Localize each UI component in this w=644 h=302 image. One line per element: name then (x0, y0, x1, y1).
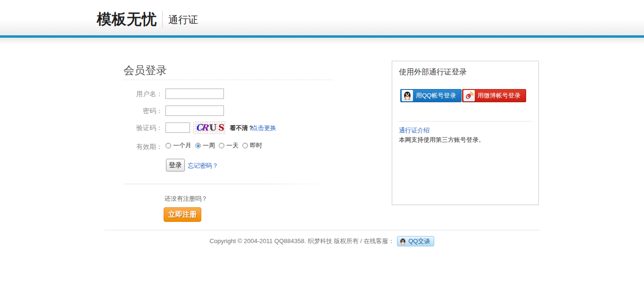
panel-divider (399, 121, 533, 122)
radio-label: 一个月 (173, 141, 191, 150)
radio-icon[interactable] (165, 143, 171, 148)
radio-label: 一天 (226, 141, 239, 150)
radio-label: 即时 (250, 141, 262, 150)
captcha-image[interactable]: C R U S (193, 122, 226, 134)
register-button[interactable]: 立即注册 (164, 207, 201, 222)
site-logo[interactable]: 模板无忧 (97, 9, 157, 29)
external-login-panel: 使用外部通行证登录 用QQ帐号登录 (392, 61, 539, 205)
passport-login-page: 模板无忧 通行证 会员登录 用户名： 密码： 验证码： C R U S 看不清？… (0, 0, 644, 302)
qq-login-button[interactable]: 用QQ帐号登录 (400, 89, 462, 102)
qq-chat-button[interactable]: QQ交谈 (397, 236, 434, 246)
password-input[interactable] (165, 106, 224, 116)
header: 模板无忧 通行证 (0, 0, 644, 35)
captcha-letter: U (209, 123, 217, 132)
external-panel-title: 使用外部通行证登录 (399, 67, 467, 77)
weibo-login-button[interactable]: 用微博帐号登录 (462, 89, 526, 102)
passport-intro-link[interactable]: 通行证介绍 (399, 126, 429, 135)
login-button[interactable]: 登录 (166, 159, 185, 171)
captcha-letter: R (201, 123, 208, 132)
validity-option-instant[interactable]: 即时 (242, 141, 262, 150)
page-title: 会员登录 (124, 63, 167, 78)
captcha-input[interactable] (165, 122, 190, 133)
radio-label: 一周 (203, 141, 215, 150)
footer-divider (105, 230, 539, 230)
weibo-login-label: 用微博帐号登录 (478, 91, 520, 100)
validity-option-one-week[interactable]: 一周 (195, 141, 215, 150)
validity-option-one-month[interactable]: 一个月 (165, 141, 191, 150)
qq-login-label: 用QQ帐号登录 (416, 91, 456, 100)
qq-penguin-icon (399, 238, 406, 245)
logo-separator (162, 11, 163, 28)
radio-icon[interactable] (242, 143, 248, 148)
qq-chat-label: QQ交谈 (408, 237, 430, 245)
copyright-text: Copyright © 2004-2011 QQ884358. 织梦科技 版权所… (210, 237, 395, 245)
footer: Copyright © 2004-2011 QQ884358. 织梦科技 版权所… (0, 236, 644, 246)
register-prompt: 还没有注册吗？ (165, 195, 207, 203)
captcha-refresh-link[interactable]: 点击更换 (252, 124, 276, 132)
password-label: 密码： (120, 106, 163, 116)
captcha-letter: S (218, 123, 225, 132)
radio-icon[interactable] (195, 143, 201, 148)
captcha-hint: 看不清？ (230, 124, 254, 132)
register-divider (124, 184, 332, 184)
weibo-icon (463, 90, 475, 101)
captcha-label: 验证码： (120, 122, 163, 133)
passport-intro-text: 本网支持使用第三方账号登录。 (399, 136, 485, 144)
radio-icon[interactable] (219, 143, 224, 148)
validity-option-one-day[interactable]: 一天 (219, 141, 239, 150)
passport-subtitle: 通行证 (168, 13, 198, 26)
username-input[interactable] (165, 89, 224, 99)
qq-penguin-icon (402, 90, 413, 101)
forgot-password-link[interactable]: 忘记密码？ (188, 162, 218, 170)
validity-options: 一个月 一周 一天 即时 (165, 141, 266, 150)
validity-label: 有效期： (120, 141, 163, 152)
username-label: 用户名： (120, 89, 163, 99)
title-divider (124, 80, 332, 80)
header-shadow (0, 38, 644, 44)
